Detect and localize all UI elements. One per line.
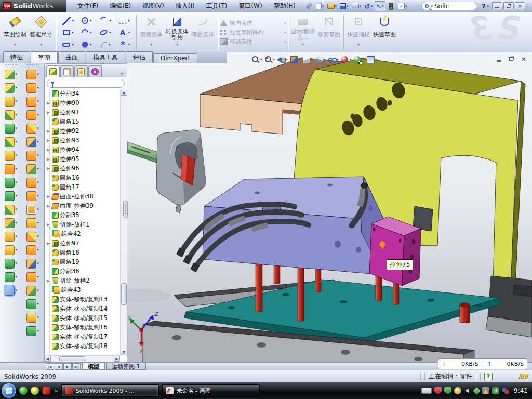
- surface-tool-button[interactable]: ▾: [26, 68, 39, 81]
- command-tab[interactable]: 评估: [126, 51, 153, 63]
- scroll-down-button[interactable]: ▼: [121, 349, 127, 355]
- expand-arrow-icon[interactable]: ▶: [46, 148, 51, 152]
- view-tool-button[interactable]: ▾: [289, 55, 301, 64]
- trim-entities-button[interactable]: 剪裁实体▾: [138, 14, 164, 51]
- dropdown-arrow-icon[interactable]: ▾: [72, 19, 74, 23]
- view-tool-button[interactable]: ▾: [366, 55, 377, 64]
- expand-arrow-icon[interactable]: ▶: [46, 101, 51, 105]
- tray-icon[interactable]: [464, 387, 471, 394]
- menu-item[interactable]: 帮助(H): [268, 0, 301, 12]
- tree-item[interactable]: ▶ 实体-移动/复制16: [46, 323, 127, 332]
- panel-splitter-handle[interactable]: [123, 201, 128, 218]
- quick-launch-icon[interactable]: [31, 387, 39, 395]
- view-tool-button[interactable]: ▾: [340, 55, 352, 64]
- surface-tool-button[interactable]: ▾: [26, 122, 39, 135]
- expand-arrow-icon[interactable]: ▶: [46, 157, 51, 162]
- tray-icon[interactable]: [473, 387, 481, 395]
- tree-item[interactable]: ▶ 拉伸93: [46, 136, 127, 145]
- dropdown-arrow-icon[interactable]: ▾: [335, 4, 337, 8]
- dropdown-arrow-icon[interactable]: ▾: [90, 31, 92, 35]
- dropdown-arrow-icon[interactable]: ▾: [299, 58, 301, 62]
- view-tool-button[interactable]: ▾: [302, 55, 313, 64]
- dropdown-arrow-icon[interactable]: ▾: [15, 180, 17, 184]
- tree-vertical-scrollbar[interactable]: ▲ ▼: [120, 89, 127, 355]
- start-button[interactable]: [2, 383, 16, 398]
- new-document-button[interactable]: ▾: [315, 1, 325, 11]
- dropdown-arrow-icon[interactable]: ▾: [37, 99, 39, 103]
- dropdown-arrow-icon[interactable]: ▾: [284, 40, 286, 44]
- tree-item[interactable]: ▶ 圆角16: [46, 173, 127, 182]
- sketch-entity-button[interactable]: ▾: [115, 26, 134, 38]
- surface-tool-button[interactable]: ▾: [26, 95, 39, 108]
- dropdown-arrow-icon[interactable]: ▾: [37, 261, 39, 265]
- dropdown-arrow-icon[interactable]: ▾: [15, 140, 17, 144]
- doc-close-button[interactable]: ×: [520, 55, 528, 62]
- save-button[interactable]: ▾: [339, 1, 350, 11]
- feature-tool-button[interactable]: ▾: [5, 162, 17, 176]
- surface-tool-button[interactable]: ▾: [26, 162, 39, 176]
- dropdown-arrow-icon[interactable]: ▾: [260, 58, 262, 62]
- tree-item[interactable]: ▶ 实体-移动/复制18: [46, 341, 127, 351]
- surface-tool-button[interactable]: ▾: [26, 257, 39, 270]
- surface-tool-button[interactable]: ▾: [26, 311, 39, 324]
- tree-item[interactable]: ▶ 分割36: [46, 267, 127, 276]
- command-tab[interactable]: 特征: [3, 51, 30, 63]
- tree-item[interactable]: ▶ 曲面-拉伸39: [46, 201, 127, 210]
- sketch-entity-button[interactable]: ▾: [77, 38, 96, 50]
- taskbar-window-button[interactable]: SolidWorks 2009 - ...: [61, 384, 159, 397]
- tree-item[interactable]: ▶ 实体-移动/复制15: [46, 313, 127, 323]
- dropdown-arrow-icon[interactable]: ▾: [109, 43, 111, 47]
- feature-tool-button[interactable]: ▾: [5, 176, 17, 189]
- menu-item[interactable]: 插入(I): [170, 0, 201, 12]
- tab-scroll-prev-button[interactable]: ◀: [55, 363, 63, 370]
- feature-tool-button[interactable]: ▾: [5, 284, 17, 297]
- menu-item[interactable]: 编辑(E): [104, 0, 137, 12]
- model-tab[interactable]: 运动算例 1: [106, 363, 146, 370]
- dropdown-arrow-icon[interactable]: ▾: [15, 261, 17, 265]
- feature-tool-button[interactable]: ▾: [5, 189, 17, 203]
- dropdown-arrow-icon[interactable]: ▾: [37, 329, 39, 333]
- undo-button[interactable]: ↺▾: [363, 1, 374, 11]
- dropdown-arrow-icon[interactable]: ▾: [375, 58, 377, 62]
- dropdown-arrow-icon[interactable]: ▾: [322, 4, 324, 8]
- dropdown-arrow-icon[interactable]: ▾: [37, 288, 39, 292]
- feature-manager-tab[interactable]: [46, 65, 60, 77]
- dropdown-arrow-icon[interactable]: ▾: [15, 248, 17, 252]
- expand-arrow-icon[interactable]: ▶: [46, 129, 51, 134]
- scroll-right-button[interactable]: ▶: [114, 356, 120, 362]
- tree-item[interactable]: ▶ 分割35: [46, 210, 127, 220]
- quick-tips-help-button[interactable]: ?: [484, 373, 493, 380]
- surface-tool-button[interactable]: ▾: [26, 108, 39, 122]
- toolbar-overflow-button[interactable]: ⋯: [409, 1, 418, 11]
- dropdown-arrow-icon[interactable]: ▾: [37, 315, 39, 320]
- quick-snaps-button[interactable]: 快速捕捉▾: [345, 14, 371, 51]
- surface-tool-button[interactable]: ▾: [26, 216, 39, 230]
- dropdown-arrow-icon[interactable]: ▾: [286, 58, 288, 62]
- tray-icon[interactable]: [434, 387, 442, 394]
- dimxpert-manager-tab[interactable]: [88, 65, 102, 77]
- tree-item[interactable]: ▶ 拉伸94: [46, 145, 127, 154]
- dropdown-arrow-icon[interactable]: ▾: [128, 43, 130, 47]
- dropdown-arrow-icon[interactable]: ▾: [110, 19, 112, 23]
- dropdown-arrow-icon[interactable]: ▾: [90, 19, 92, 23]
- search-box[interactable]: ▾ Solic: [421, 2, 477, 10]
- pattern-tool-button[interactable]: 线性草图阵列 ▾: [220, 29, 286, 36]
- view-tool-button[interactable]: ▾: [353, 55, 364, 64]
- feature-tool-button[interactable]: ▾: [5, 108, 17, 122]
- expand-arrow-icon[interactable]: ▶: [46, 138, 51, 143]
- sketch-entity-button[interactable]: ▾: [96, 38, 115, 50]
- search-input[interactable]: Solic: [434, 3, 449, 10]
- tab-scroll-next-button[interactable]: ▶: [63, 363, 72, 370]
- dropdown-arrow-icon[interactable]: ▾: [15, 72, 17, 76]
- feature-tool-button[interactable]: ▾: [5, 95, 17, 108]
- dropdown-arrow-icon[interactable]: ▾: [15, 153, 17, 157]
- dropdown-arrow-icon[interactable]: ▾: [15, 126, 17, 130]
- menu-item[interactable]: 窗口(W): [233, 0, 268, 12]
- dropdown-arrow-icon[interactable]: ▾: [37, 275, 39, 279]
- feature-tool-button[interactable]: ▾: [5, 81, 17, 95]
- doc-restore-button[interactable]: [507, 55, 515, 62]
- dropdown-arrow-icon[interactable]: ▾: [37, 140, 39, 144]
- tree-item[interactable]: ▶ 组合43: [46, 285, 127, 295]
- dropdown-arrow-icon[interactable]: ▾: [15, 207, 17, 211]
- dropdown-arrow-icon[interactable]: ▾: [15, 113, 17, 117]
